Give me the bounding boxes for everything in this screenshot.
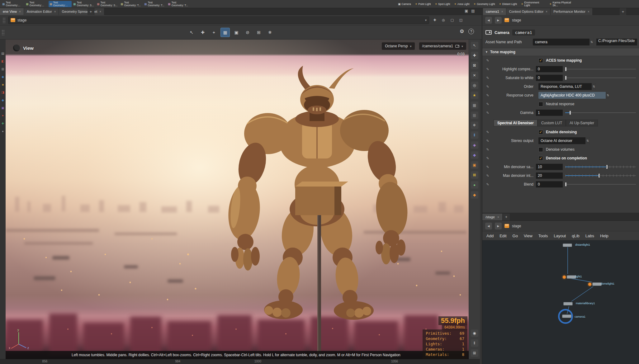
shelf-tool[interactable]: ▦ Test Geometry: T...: [120, 1, 143, 7]
left-dock-icon[interactable]: ◨: [1, 91, 4, 94]
pencil-icon[interactable]: ✎: [482, 156, 493, 160]
gamma-slider[interactable]: [565, 111, 636, 115]
order-dropdown[interactable]: Response, Gamma, LUT ⇅: [538, 83, 596, 90]
shelf-tool[interactable]: ▦ Test Geometry:...: [49, 1, 72, 7]
left-dock-icon[interactable]: ✦: [2, 114, 4, 117]
denoiser-tab[interactable]: Custom LUT: [537, 120, 566, 126]
pencil-icon[interactable]: ✎: [482, 174, 493, 178]
chevron-down-icon[interactable]: ▾: [425, 18, 427, 22]
pane-tab[interactable]: Geometry Spreadsheet ×: [59, 8, 104, 15]
timeline-strip[interactable]: 856 984 1000 1056: [0, 359, 480, 364]
enable-denoising-checkbox[interactable]: ✓: [538, 130, 543, 135]
pencil-icon[interactable]: ✎: [482, 111, 493, 115]
pane-tab[interactable]: camera1 ×: [483, 8, 506, 15]
close-icon[interactable]: ×: [497, 215, 499, 219]
pencil-icon[interactable]: ✎: [482, 148, 493, 152]
network-menu-item[interactable]: Layout: [554, 234, 566, 238]
side-strip-icon[interactable]: ★: [471, 92, 478, 99]
pencil-icon[interactable]: ✎: [482, 130, 493, 134]
viewport-tool-icon[interactable]: ↖: [187, 28, 196, 37]
pencil-icon[interactable]: ✎: [482, 182, 493, 187]
left-dock-icon[interactable]: ▣: [1, 106, 4, 110]
camera-selector[interactable]: /cameras/camera1 ▾: [419, 42, 466, 50]
side-strip-icon[interactable]: ▦: [471, 102, 478, 109]
path-bar-icon[interactable]: ▢: [449, 17, 455, 23]
viewport-tool-icon[interactable]: ▦: [220, 28, 230, 37]
highlight-field[interactable]: [536, 66, 563, 72]
node-body[interactable]: [567, 275, 576, 279]
close-icon[interactable]: ×: [546, 10, 547, 13]
close-icon[interactable]: ×: [54, 10, 56, 13]
pane-tab[interactable]: Performance Monitor ×: [551, 8, 593, 15]
forward-button[interactable]: ▶: [495, 223, 502, 229]
spinner-icon[interactable]: ⇅: [585, 137, 590, 144]
network-menu-item[interactable]: Add: [486, 234, 494, 238]
left-dock-icon[interactable]: ▤: [1, 52, 4, 55]
network-menu-item[interactable]: Help: [600, 234, 608, 238]
pencil-icon[interactable]: ✎: [482, 85, 493, 89]
help-icon[interactable]: ?: [468, 29, 474, 34]
drag-grip-icon[interactable]: [2, 30, 5, 35]
denoiser-tab[interactable]: AI Up-Sampler: [566, 120, 598, 126]
shelf-tool[interactable]: ▦ Test Geometry: T...: [167, 1, 190, 7]
saturate-slider[interactable]: [565, 76, 636, 80]
left-dock-icon[interactable]: ●: [2, 130, 4, 133]
add-network-tab-button[interactable]: +: [503, 214, 510, 220]
network-tab[interactable]: /stage ×: [482, 214, 502, 220]
side-strip-icon[interactable]: ⊠: [471, 171, 478, 179]
side-strip-icon[interactable]: ⊞: [471, 349, 478, 357]
pane-tab[interactable]: Animation Editor ×: [24, 8, 59, 15]
network-graph[interactable]: distantlight1light1domelight1materiallib…: [482, 240, 639, 364]
pencil-icon[interactable]: ✎: [482, 76, 493, 80]
light-shelf-tool[interactable]: ✶ Geometry Light: [474, 2, 495, 6]
network-menu-item[interactable]: Edit: [499, 234, 506, 238]
left-dock-icon[interactable]: ✚: [2, 122, 4, 125]
node-body[interactable]: [563, 302, 573, 305]
display-options-icon[interactable]: ⚙: [460, 28, 464, 34]
side-strip-icon[interactable]: ◉: [471, 329, 478, 337]
drag-grip-icon[interactable]: [2, 17, 6, 23]
response-curve-dropdown[interactable]: Agfa|Agfacolor HDC 400 plusCD ⇅: [538, 92, 610, 99]
left-dock-icon[interactable]: ▥: [1, 68, 4, 71]
context-path-field[interactable]: stage ▾: [8, 17, 429, 24]
light-shelf-tool[interactable]: ✶ Spot Light: [435, 2, 450, 6]
close-icon[interactable]: ×: [588, 10, 589, 13]
viewport-tool-icon[interactable]: ⊞: [254, 28, 263, 37]
view-menu-icon[interactable]: [13, 45, 20, 51]
pane-tab[interactable]: Context Options Editor ×: [506, 8, 551, 15]
viewport-tool-icon[interactable]: ❄: [265, 28, 275, 37]
side-strip-icon[interactable]: ⊠: [471, 62, 478, 69]
pencil-icon[interactable]: ✎: [482, 139, 493, 143]
light-shelf-tool[interactable]: ▣ Camera: [398, 2, 411, 6]
network-node-light1[interactable]: light1: [563, 275, 576, 279]
blend-slider[interactable]: [565, 182, 636, 187]
left-dock-icon[interactable]: ■: [2, 83, 4, 86]
light-shelf-tool[interactable]: ✶ Environment Light: [521, 1, 545, 7]
side-strip-icon[interactable]: ▩: [471, 111, 478, 119]
pane-tab[interactable]: ene View ×: [0, 8, 24, 15]
saturate-field[interactable]: [536, 75, 563, 81]
max-denoiser-slider[interactable]: [565, 173, 636, 178]
render-viewport[interactable]: View Octane Persp ▾ /cameras/camera1 ▾ 0…: [6, 40, 469, 359]
side-strip-icon[interactable]: ●: [471, 181, 478, 189]
viewport-tool-icon[interactable]: ⌖: [209, 28, 219, 37]
spinner-icon[interactable]: ⇅: [606, 92, 610, 99]
viewport-tool-icon[interactable]: ▣: [232, 28, 241, 37]
left-dock-icon[interactable]: ◆: [2, 99, 4, 102]
network-node-distantlight1[interactable]: distantlight1: [563, 243, 572, 247]
side-strip-icon[interactable]: ◆: [471, 151, 478, 159]
pencil-icon[interactable]: ✎: [482, 102, 493, 106]
shelf-tool[interactable]: ▦ Test Geometry:...: [25, 1, 48, 7]
path-bar-icon[interactable]: ✚: [432, 17, 438, 23]
tone-mapping-section-header[interactable]: ▼ Tone mapping: [482, 48, 639, 56]
max-denoiser-field[interactable]: [536, 173, 563, 179]
asset-name-dropdown[interactable]: camera ⇅: [533, 39, 594, 45]
side-strip-icon[interactable]: ‖: [471, 131, 478, 139]
shelf-tool[interactable]: ▦ Test Geometry: S...: [96, 1, 119, 7]
light-shelf-tool[interactable]: ✶ Area Light: [454, 2, 469, 6]
min-denoiser-field[interactable]: [536, 164, 563, 170]
pencil-icon[interactable]: ✎: [482, 67, 493, 71]
close-icon[interactable]: ×: [99, 10, 101, 13]
side-strip-icon[interactable]: ❄: [471, 121, 478, 129]
left-dock-icon[interactable]: ◧: [1, 60, 4, 63]
